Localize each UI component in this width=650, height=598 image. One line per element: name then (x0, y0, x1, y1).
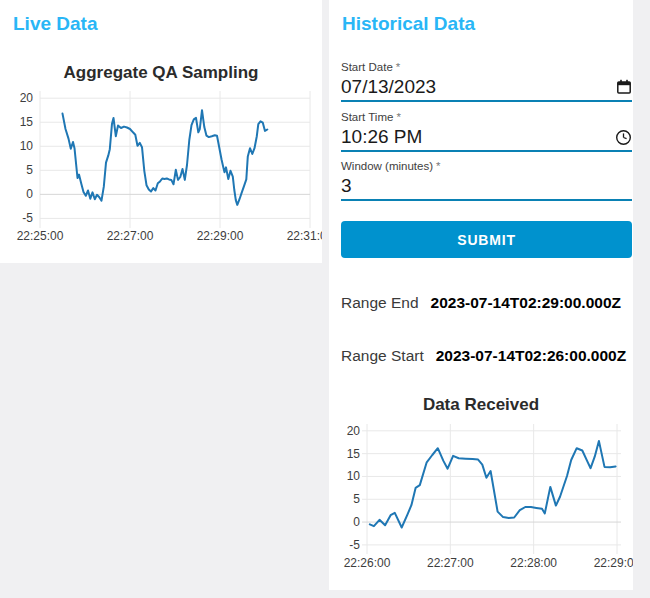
range-end-value: 2023-07-14T02:29:00.000Z (431, 294, 621, 312)
svg-text:5: 5 (26, 163, 33, 177)
start-time-field[interactable]: Start Time* 10:26 PM (341, 109, 632, 152)
svg-text:-5: -5 (22, 211, 33, 225)
svg-text:15: 15 (347, 447, 361, 461)
window-minutes-field[interactable]: Window (minutes)* 3 (341, 158, 632, 201)
start-date-value[interactable]: 07/13/2023 (341, 76, 436, 98)
submit-button[interactable]: SUBMIT (341, 221, 632, 258)
window-minutes-underline (341, 199, 632, 201)
start-date-label: Start Date* (341, 59, 632, 75)
svg-text:22:29:00: 22:29:00 (197, 229, 244, 243)
svg-text:10: 10 (20, 139, 34, 153)
start-date-field[interactable]: Start Date* 07/13/2023 (341, 59, 632, 102)
range-end-row: Range End 2023-07-14T02:29:00.000Z (341, 294, 633, 312)
svg-text:15: 15 (20, 115, 34, 129)
svg-text:10: 10 (347, 469, 361, 483)
window-minutes-value[interactable]: 3 (341, 175, 352, 197)
historical-data-title: Historical Data (342, 13, 633, 35)
svg-text:0: 0 (26, 187, 33, 201)
start-date-underline (341, 100, 632, 102)
window-minutes-label: Window (minutes)* (341, 158, 632, 174)
live-chart[interactable]: 22:25:0022:27:0022:29:0022:31:00-5051015… (0, 85, 322, 247)
historical-data-panel: Historical Data Start Date* 07/13/2023 S… (329, 0, 633, 590)
svg-text:5: 5 (353, 492, 360, 506)
svg-text:22:27:00: 22:27:00 (427, 556, 474, 570)
svg-text:22:26:00: 22:26:00 (344, 556, 391, 570)
svg-text:0: 0 (353, 515, 360, 529)
range-start-row: Range Start 2023-07-14T02:26:00.000Z (341, 347, 633, 365)
svg-text:20: 20 (20, 91, 34, 105)
start-time-label: Start Time* (341, 109, 632, 125)
live-chart-title: Aggregate QA Sampling (0, 63, 322, 83)
historical-chart-title: Data Received (329, 395, 633, 415)
svg-text:22:28:00: 22:28:00 (510, 556, 557, 570)
svg-text:22:25:00: 22:25:00 (17, 229, 64, 243)
required-asterisk: * (396, 61, 400, 73)
live-data-panel: Live Data Aggregate QA Sampling 22:25:00… (0, 0, 322, 263)
start-time-underline (341, 150, 632, 152)
clock-icon[interactable] (615, 129, 632, 146)
range-end-label: Range End (341, 294, 419, 312)
range-start-label: Range Start (341, 347, 424, 365)
live-data-title: Live Data (13, 13, 322, 35)
range-start-value: 2023-07-14T02:26:00.000Z (436, 347, 626, 365)
calendar-icon[interactable] (615, 79, 632, 96)
required-asterisk: * (396, 111, 400, 123)
historical-chart[interactable]: 22:26:0022:27:0022:28:0022:29:00-5051015… (329, 417, 633, 573)
svg-text:-5: -5 (349, 538, 360, 552)
svg-text:22:29:00: 22:29:00 (594, 556, 633, 570)
required-asterisk: * (436, 160, 440, 172)
svg-text:22:31:00: 22:31:00 (287, 229, 322, 243)
start-time-value[interactable]: 10:26 PM (341, 126, 422, 148)
svg-text:22:27:00: 22:27:00 (107, 229, 154, 243)
svg-text:20: 20 (347, 424, 361, 438)
